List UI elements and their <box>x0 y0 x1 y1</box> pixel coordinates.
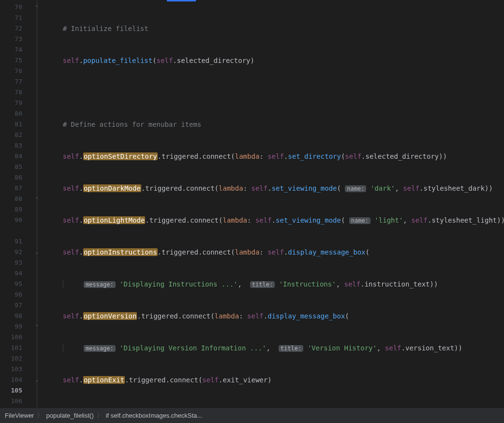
fold-toggle-icon[interactable]: ⌄ <box>34 249 40 255</box>
line-number[interactable]: 98 <box>0 311 22 321</box>
line-number[interactable]: 94 <box>0 268 22 279</box>
breadcrumb-seg[interactable]: if self.checkboxImages.checkSta... <box>106 412 202 419</box>
fold-toggle-icon[interactable]: ⌃ <box>34 4 40 10</box>
line-number[interactable]: 76 <box>0 66 22 76</box>
line-number[interactable]: 81 <box>0 119 22 130</box>
line-number[interactable]: 72 <box>0 23 22 34</box>
line-number[interactable]: 89 <box>0 204 22 215</box>
line-number[interactable]: 84 <box>0 151 22 162</box>
line-number[interactable]: 90 <box>0 215 22 226</box>
line-number[interactable]: 71 <box>0 13 22 23</box>
line-number[interactable]: 93 <box>0 257 22 268</box>
line-number[interactable]: 96 <box>0 289 22 300</box>
line-number[interactable]: 70 <box>0 2 22 13</box>
fold-toggle-icon[interactable]: ⌃ <box>34 324 40 330</box>
chevron-right-icon: 〉 <box>37 411 43 420</box>
line-number[interactable]: 91 <box>0 236 22 247</box>
line-number[interactable]: 75 <box>0 55 22 66</box>
line-number[interactable]: 80 <box>0 108 22 119</box>
code-area[interactable]: # Initialize filelist self.populate_file… <box>41 0 504 408</box>
line-number[interactable]: 79 <box>0 98 22 108</box>
line-number[interactable]: 86 <box>0 172 22 183</box>
line-number[interactable]: 101 <box>0 343 22 353</box>
line-number[interactable]: 97 <box>0 300 22 311</box>
line-number[interactable]: 105 <box>0 385 22 396</box>
line-number[interactable]: 85 <box>0 162 22 172</box>
line-number[interactable]: 82 <box>0 130 22 140</box>
line-number[interactable]: 92 <box>0 247 22 257</box>
line-number[interactable]: 100 <box>0 332 22 343</box>
chevron-right-icon: 〉 <box>97 411 103 420</box>
line-number[interactable]: 77 <box>0 76 22 87</box>
code-editor[interactable]: 7071727374757677787980818283848586878889… <box>0 0 504 408</box>
breadcrumb-seg[interactable]: populate_filelist() <box>46 412 93 419</box>
line-number[interactable]: 78 <box>0 87 22 98</box>
line-number[interactable]: 106 <box>0 396 22 407</box>
comment: # Initialize filelist <box>63 25 148 32</box>
line-number[interactable]: 103 <box>0 364 22 375</box>
line-number[interactable]: 95 <box>0 279 22 289</box>
breadcrumb-bar[interactable]: FileViewer 〉 populate_filelist() 〉 if se… <box>0 408 504 423</box>
fold-column[interactable]: ⌃⌃⌄⌃⌄ <box>28 0 41 408</box>
line-number[interactable]: 87 <box>0 183 22 194</box>
line-number[interactable]: 88 <box>0 194 22 204</box>
line-number[interactable]: 102 <box>0 353 22 364</box>
line-number[interactable]: 104 <box>0 375 22 385</box>
line-number[interactable]: 99 <box>0 321 22 332</box>
fold-toggle-icon[interactable]: ⌃ <box>34 196 40 202</box>
breadcrumb-seg[interactable]: FileViewer <box>5 412 34 419</box>
fold-toggle-icon[interactable]: ⌄ <box>34 377 40 383</box>
line-number[interactable]: 83 <box>0 140 22 151</box>
line-number-gutter[interactable]: 7071727374757677787980818283848586878889… <box>0 0 28 408</box>
line-number[interactable]: 73 <box>0 34 22 45</box>
line-number[interactable]: 74 <box>0 45 22 55</box>
